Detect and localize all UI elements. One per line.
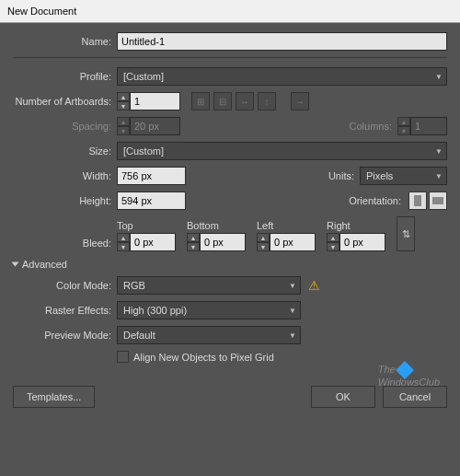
chevron-down-icon: ▼ xyxy=(435,73,443,81)
orientation-portrait-button[interactable] xyxy=(408,192,427,210)
preview-label: Preview Mode: xyxy=(13,330,117,341)
raster-label: Raster Effects: xyxy=(13,305,117,316)
orientation-label: Orientation: xyxy=(349,195,407,206)
height-label: Height: xyxy=(13,195,117,206)
bleed-right-stepper[interactable]: ▲▼ xyxy=(327,233,339,251)
columns-label: Columns: xyxy=(350,121,397,132)
ok-button[interactable]: OK xyxy=(311,386,375,408)
colormode-label: Color Mode: xyxy=(13,280,117,291)
bleed-top-stepper[interactable]: ▲▼ xyxy=(117,233,130,251)
arrange-row-icon: ↔ xyxy=(236,92,254,110)
raster-value: High (300 ppi) xyxy=(123,305,187,316)
artboards-input[interactable] xyxy=(130,92,180,110)
bleed-left-input[interactable] xyxy=(270,233,316,251)
orientation-landscape-button[interactable] xyxy=(429,192,447,210)
disclosure-triangle-icon[interactable] xyxy=(12,262,19,267)
units-value: Pixels xyxy=(366,170,393,181)
bleed-bottom-input[interactable] xyxy=(200,233,246,251)
bleed-bottom-label: Bottom xyxy=(187,220,246,231)
templates-button[interactable]: Templates... xyxy=(13,386,95,408)
chevron-down-icon: ▼ xyxy=(289,331,296,340)
arrange-rtl-icon: → xyxy=(291,92,309,110)
name-label: Name: xyxy=(13,36,117,47)
profile-label: Profile: xyxy=(13,71,117,82)
spacing-label: Spacing: xyxy=(13,121,117,132)
profile-value: [Custom] xyxy=(123,71,164,82)
height-input[interactable] xyxy=(117,192,186,210)
bleed-left-label: Left xyxy=(257,220,316,231)
profile-dropdown[interactable]: [Custom] ▼ xyxy=(117,67,447,86)
arrange-col-icon: ↕ xyxy=(258,92,276,110)
columns-stepper: ▲▼ xyxy=(397,117,410,135)
size-dropdown[interactable]: [Custom] ▼ xyxy=(117,142,447,160)
bleed-label: Bleed: xyxy=(13,238,117,251)
bleed-right-label: Right xyxy=(327,220,385,231)
chevron-down-icon: ▼ xyxy=(435,147,443,156)
artboards-label: Number of Artboards: xyxy=(13,96,117,107)
spacing-stepper: ▲▼ xyxy=(117,117,130,135)
bleed-left-stepper[interactable]: ▲▼ xyxy=(257,233,270,251)
advanced-header[interactable]: Advanced xyxy=(22,259,67,270)
cancel-button[interactable]: Cancel xyxy=(383,386,447,408)
units-label: Units: xyxy=(328,170,360,181)
preview-dropdown[interactable]: Default ▼ xyxy=(117,326,301,344)
preview-value: Default xyxy=(123,330,155,341)
window-title: New Document xyxy=(7,6,76,17)
size-label: Size: xyxy=(13,145,117,157)
colormode-value: RGB xyxy=(123,280,145,291)
window-titlebar: New Document xyxy=(0,0,460,23)
chevron-down-icon: ▼ xyxy=(435,172,443,180)
dialog-footer: Templates... OK Cancel xyxy=(0,378,460,421)
colormode-dropdown[interactable]: RGB ▼ xyxy=(117,276,301,295)
arrange-grid-row-icon: ⊞ xyxy=(191,92,210,110)
link-icon: ⇅ xyxy=(402,228,410,240)
align-checkbox[interactable] xyxy=(117,351,129,363)
name-input[interactable] xyxy=(117,32,447,51)
bleed-link-button[interactable]: ⇅ xyxy=(397,216,415,251)
align-label: Align New Objects to Pixel Grid xyxy=(133,352,274,363)
dialog-content: Name: Profile: [Custom] ▼ Number of Artb… xyxy=(0,23,460,378)
raster-dropdown[interactable]: High (300 ppi) ▼ xyxy=(117,301,301,319)
arrange-grid-col-icon: ⊟ xyxy=(213,92,232,110)
warning-icon: ⚠ xyxy=(308,278,320,293)
chevron-down-icon: ▼ xyxy=(289,282,296,290)
bleed-top-label: Top xyxy=(117,220,176,231)
artboards-stepper[interactable]: ▲▼ xyxy=(117,92,130,110)
bleed-top-input[interactable] xyxy=(130,233,176,251)
width-label: Width: xyxy=(13,170,117,181)
columns-input xyxy=(410,117,447,135)
width-input[interactable] xyxy=(117,167,186,185)
chevron-down-icon: ▼ xyxy=(289,307,296,315)
spacing-input xyxy=(130,117,180,135)
size-value: [Custom] xyxy=(123,145,164,157)
units-dropdown[interactable]: Pixels ▼ xyxy=(360,167,447,185)
bleed-bottom-stepper[interactable]: ▲▼ xyxy=(187,233,200,251)
bleed-right-input[interactable] xyxy=(339,233,385,251)
